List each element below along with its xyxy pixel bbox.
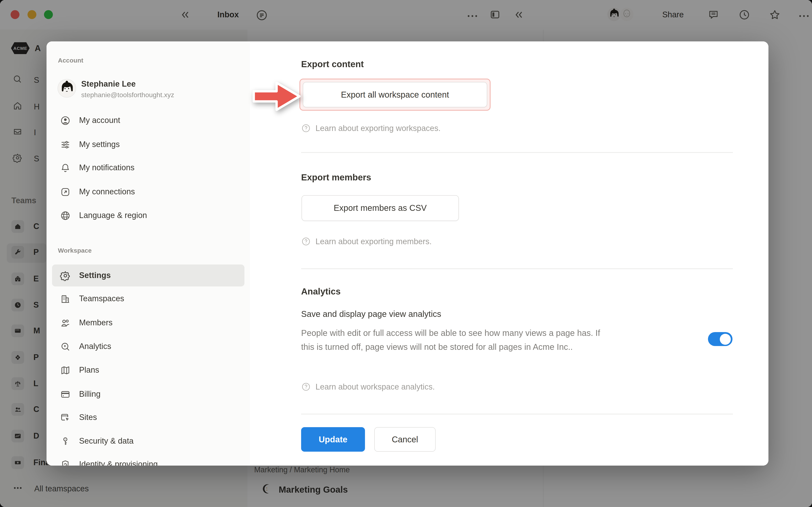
sidebar-item-label: Security & data — [79, 437, 134, 446]
sidebar-item-my-connections[interactable]: My connections — [52, 180, 245, 203]
sidebar-item-teamspaces[interactable]: Teamspaces — [52, 287, 245, 310]
map-icon — [60, 365, 70, 376]
question-circle-icon — [301, 237, 311, 246]
analytics-description: People with edit or full access will be … — [301, 326, 607, 354]
settings-modal: Account Stephanie Lee stephanie@toolsfor… — [47, 41, 768, 466]
export-all-workspace-content-button[interactable]: Export all workspace content — [303, 82, 487, 107]
profile-email: stephanie@toolsforthought.xyz — [81, 91, 174, 99]
avatar — [58, 79, 76, 97]
sidebar-item-language-region[interactable]: Language & region — [52, 204, 245, 227]
workspace-section-header: Workspace — [58, 247, 92, 254]
credit-card-icon — [60, 389, 70, 399]
learn-link-label: Learn about exporting workspaces. — [315, 124, 441, 133]
building-icon — [60, 293, 70, 304]
key-icon — [60, 436, 70, 446]
arrow-up-right-icon — [60, 186, 70, 197]
export-highlight-box: Export all workspace content — [299, 78, 491, 111]
learn-link-label: Learn about exporting members. — [315, 237, 432, 246]
globe-icon — [60, 210, 70, 221]
bell-icon — [60, 162, 70, 173]
person-circle-icon — [60, 115, 70, 126]
settings-content: Export content Export all workspace cont… — [250, 41, 768, 466]
cancel-button[interactable]: Cancel — [374, 427, 436, 452]
gear-icon — [60, 270, 70, 281]
magnifier-sparkle-icon — [60, 341, 70, 352]
sidebar-item-label: My account — [79, 116, 120, 125]
screenshot-stage: ACME A S H I S Teams — [0, 0, 812, 507]
sidebar-item-billing[interactable]: Billing — [52, 383, 245, 406]
sidebar-item-members[interactable]: Members — [52, 312, 245, 334]
learn-exporting-workspaces-link[interactable]: Learn about exporting workspaces. — [301, 123, 441, 133]
question-circle-icon — [301, 123, 311, 133]
sidebar-item-label: Settings — [79, 271, 111, 280]
app-window: ACME A S H I S Teams — [0, 0, 812, 507]
sidebar-item-label: Analytics — [79, 342, 111, 351]
learn-link-label: Learn about workspace analytics. — [315, 382, 435, 391]
sidebar-item-label: Teamspaces — [79, 294, 124, 303]
sidebar-item-security-data[interactable]: Security & data — [52, 430, 245, 452]
sidebar-item-settings[interactable]: Settings — [52, 265, 245, 286]
profile-name: Stephanie Lee — [81, 79, 174, 89]
update-button[interactable]: Update — [301, 427, 365, 452]
learn-workspace-analytics-link[interactable]: Learn about workspace analytics. — [301, 382, 435, 392]
sidebar-item-my-notifications[interactable]: My notifications — [52, 156, 245, 179]
sidebar-item-label: My connections — [79, 187, 135, 196]
sidebar-item-label: My notifications — [79, 163, 135, 172]
account-profile[interactable]: Stephanie Lee stephanie@toolsforthought.… — [58, 79, 174, 99]
sidebar-item-my-settings[interactable]: My settings — [52, 133, 245, 156]
sidebar-item-label: Sites — [79, 413, 97, 422]
sidebar-item-plans[interactable]: Plans — [52, 359, 245, 382]
sidebar-item-label: Billing — [79, 390, 100, 399]
annotation-arrow-icon — [251, 78, 303, 114]
page-view-analytics-title: Save and display page view analytics — [301, 309, 441, 319]
export-members-heading: Export members — [301, 172, 371, 182]
export-content-heading: Export content — [301, 59, 364, 69]
analytics-toggle[interactable] — [708, 332, 732, 346]
export-members-csv-button[interactable]: Export members as CSV — [302, 195, 459, 221]
section-divider — [301, 152, 733, 153]
account-section-header: Account — [58, 57, 83, 64]
sidebar-item-sites[interactable]: Sites — [52, 406, 245, 429]
sidebar-item-analytics[interactable]: Analytics — [52, 335, 245, 358]
settings-sidebar: Account Stephanie Lee stephanie@toolsfor… — [47, 41, 250, 466]
sidebar-item-my-account[interactable]: My account — [52, 109, 245, 132]
section-divider — [301, 268, 733, 269]
toggle-knob — [720, 334, 731, 345]
sidebar-item-label: Members — [79, 318, 112, 327]
footer-divider — [301, 414, 733, 414]
browser-cursor-icon — [60, 412, 70, 423]
analytics-heading: Analytics — [301, 286, 341, 297]
members-icon — [60, 318, 70, 328]
sidebar-item-label: Plans — [79, 365, 99, 375]
sidebar-item-label: Identity & provisioning — [79, 460, 158, 466]
sidebar-item-identity-provisioning[interactable]: Identity & provisioning — [52, 453, 245, 466]
sidebar-item-label: My settings — [79, 140, 120, 149]
sliders-icon — [60, 139, 70, 150]
sidebar-item-label: Language & region — [79, 211, 147, 220]
question-circle-icon — [301, 382, 311, 392]
shield-icon — [60, 459, 70, 466]
learn-exporting-members-link[interactable]: Learn about exporting members. — [301, 237, 432, 246]
